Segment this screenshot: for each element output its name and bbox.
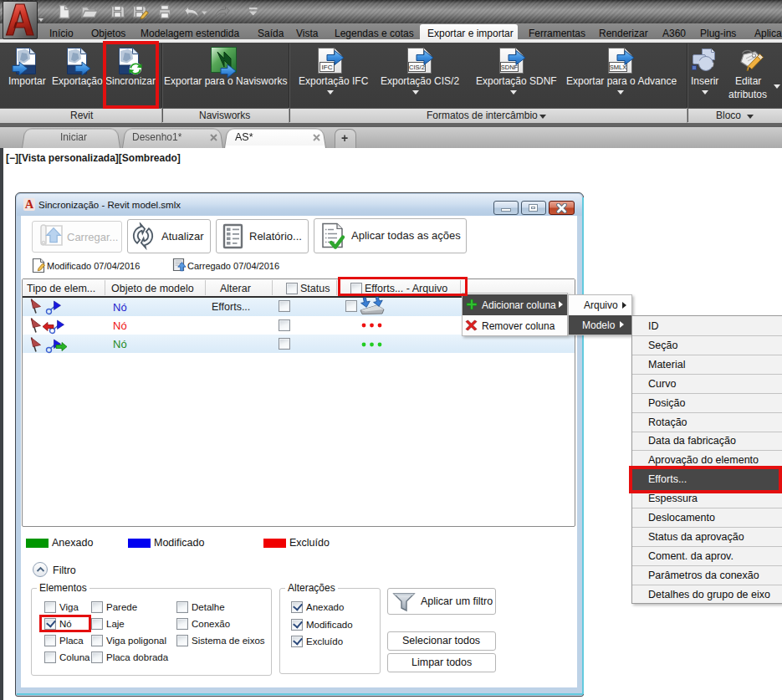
svg-text:CIS/2: CIS/2 [409, 64, 425, 71]
svg-text:SMLX: SMLX [610, 64, 626, 71]
svg-text:SDNF: SDNF [501, 64, 519, 71]
svg-text:IFC: IFC [322, 64, 333, 71]
